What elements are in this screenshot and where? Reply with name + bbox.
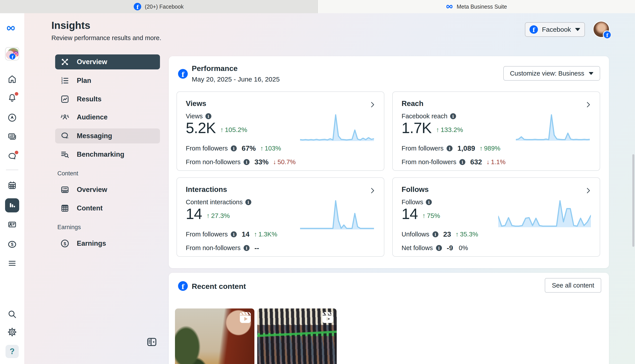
tab-label: Meta Business Suite — [457, 4, 507, 10]
asset-picker-facebook-button[interactable]: Facebook — [525, 22, 585, 37]
metric-change: ↑105.2% — [220, 126, 247, 136]
nav-item-content[interactable]: Content — [55, 201, 160, 216]
business-portfolio-avatar[interactable] — [5, 47, 19, 60]
nav-section-content: Content — [57, 170, 78, 177]
nav-item-plan[interactable]: 123 Plan — [55, 73, 160, 88]
page-subtitle: Review performance results and more. — [51, 34, 161, 42]
nav-item-earnings[interactable]: $ Earnings — [55, 236, 160, 251]
info-icon[interactable] — [245, 199, 251, 205]
row-label: From non-followers — [401, 158, 456, 166]
trend-arrow-icon: ↓ — [487, 158, 490, 166]
trend-arrow-icon: ↑ — [206, 212, 210, 220]
browser-tab-facebook[interactable]: (20+) Facebook — [0, 0, 318, 13]
nav-item-overview[interactable]: Overview — [55, 54, 160, 70]
trend-arrow-icon: ↑ — [436, 126, 439, 134]
inbox-icon[interactable] — [7, 152, 17, 161]
ads-icon[interactable] — [7, 113, 17, 122]
insights-nav-panel: Insights Review performance results and … — [24, 13, 167, 364]
reels-icon — [321, 311, 334, 324]
browser-tab-meta-business-suite[interactable]: Meta Business Suite — [318, 0, 635, 13]
metric-card-reach: Reach Facebook reach 1.7K ↑133.2% From f… — [392, 92, 600, 171]
info-icon[interactable] — [244, 245, 250, 251]
nav-item-label: Earnings — [77, 240, 106, 248]
info-icon[interactable] — [459, 159, 465, 165]
reel-thumbnail-2[interactable] — [257, 308, 337, 364]
nav-item-label: Messaging — [77, 132, 112, 140]
info-icon[interactable] — [450, 113, 456, 119]
metric-row: From followers 67% ↑103% — [186, 144, 281, 152]
audience-icon — [60, 112, 70, 122]
tab-label: (20+) Facebook — [145, 4, 183, 10]
nav-section-earnings: Earnings — [57, 224, 81, 231]
home-icon[interactable] — [7, 74, 17, 84]
results-icon — [60, 94, 70, 104]
metric-row: From non-followers 632 ↓1.1% — [401, 158, 506, 166]
chevron-right-icon[interactable] — [584, 101, 592, 109]
trend-arrow-icon: ↑ — [220, 126, 224, 134]
nav-item-label: Content — [77, 204, 103, 212]
info-icon[interactable] — [436, 245, 442, 251]
info-icon[interactable] — [433, 231, 439, 237]
row-change: ↓50.7% — [273, 158, 296, 166]
settings-icon[interactable] — [7, 327, 17, 337]
nav-item-audience[interactable]: Audience — [55, 110, 160, 125]
sparkline-chart — [300, 198, 374, 231]
info-icon[interactable] — [426, 199, 432, 205]
metric-card-interactions: Interactions Content interactions 14 ↑27… — [176, 177, 384, 257]
info-icon[interactable] — [205, 113, 211, 119]
reel-thumbnail-1[interactable] — [175, 308, 254, 364]
all-tools-icon[interactable] — [7, 258, 17, 268]
help-icon[interactable] — [6, 345, 19, 358]
chevron-right-icon[interactable] — [368, 187, 376, 194]
planner-icon[interactable] — [7, 180, 17, 190]
row-label: Net follows — [401, 244, 433, 252]
info-icon[interactable] — [244, 159, 250, 165]
chevron-right-icon[interactable] — [368, 101, 376, 109]
metric-value: 14 — [186, 206, 202, 222]
recent-content-card: Recent content See all content — [169, 273, 609, 364]
benchmarking-icon — [60, 150, 70, 159]
earnings-icon: $ — [60, 239, 70, 248]
row-value: 632 — [470, 158, 482, 166]
screen: (20+) Facebook Meta Business Suite — [0, 0, 635, 364]
scrollbar[interactable] — [632, 154, 634, 247]
profile-avatar[interactable] — [593, 22, 609, 37]
plan-icon: 123 — [60, 76, 70, 86]
chevron-right-icon[interactable] — [584, 187, 592, 194]
browser-tab-bar: (20+) Facebook Meta Business Suite — [0, 0, 635, 13]
inbox-badge — [15, 151, 18, 154]
monetization-icon[interactable]: $ — [7, 240, 17, 249]
nav-item-content-overview[interactable]: Overview — [55, 182, 160, 197]
nav-item-label: Plan — [77, 77, 91, 84]
collapse-sidebar-icon[interactable] — [146, 336, 157, 348]
row-value: -- — [254, 244, 259, 252]
notifications-icon[interactable] — [7, 93, 17, 103]
metric-label: Facebook reach — [401, 112, 448, 120]
insights-icon[interactable] — [5, 198, 19, 212]
nav-item-results[interactable]: Results — [55, 92, 160, 107]
row-change: ↑1.3K% — [254, 231, 277, 238]
trend-arrow-icon: ↑ — [480, 145, 483, 152]
nav-item-benchmarking[interactable]: Benchmarking — [55, 147, 160, 162]
info-icon[interactable] — [447, 146, 453, 151]
info-icon[interactable] — [231, 231, 237, 237]
overview-icon — [60, 57, 70, 67]
metric-row: From non-followers -- — [186, 244, 265, 252]
app-canvas: $ Insights Review performance results an… — [0, 13, 635, 364]
nav-item-messaging[interactable]: Messaging — [55, 128, 160, 144]
customize-view-button[interactable]: Customize view: Business — [503, 66, 600, 81]
leads-center-icon[interactable] — [7, 220, 17, 229]
info-icon[interactable] — [231, 146, 237, 151]
rail-divider — [6, 170, 18, 170]
meta-favicon-icon — [446, 3, 453, 10]
row-change: ↑103% — [260, 145, 281, 152]
facebook-icon — [178, 69, 188, 79]
metric-row: From followers 14 ↑1.3K% — [186, 230, 277, 238]
metric-row: Net follows -9 0% — [401, 244, 468, 252]
sparkline-chart — [300, 112, 374, 145]
content-icon[interactable] — [7, 132, 17, 142]
search-icon[interactable] — [7, 309, 17, 319]
row-value: 23 — [443, 230, 451, 238]
see-all-content-button[interactable]: See all content — [545, 278, 601, 292]
row-change: 0% — [457, 244, 468, 252]
